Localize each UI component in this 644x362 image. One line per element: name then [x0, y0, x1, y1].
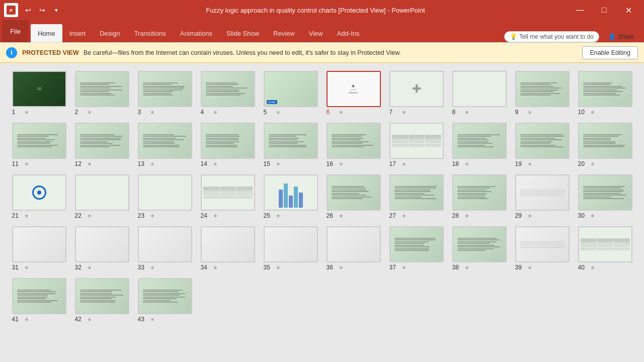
tab-transitions[interactable]: Transitions	[127, 24, 173, 42]
slide-star-icon[interactable]: ★	[527, 213, 532, 219]
slide-thumbnail[interactable]	[138, 71, 192, 107]
slide-item[interactable]: 21 ★	[10, 174, 68, 219]
slide-item[interactable]: ✚ 7 ★	[387, 71, 445, 116]
slide-item[interactable]: 10 ★	[576, 71, 634, 116]
slide-item[interactable]: 32 ★	[73, 226, 131, 271]
slide-item[interactable]: 15 ★	[262, 123, 319, 167]
slide-star-icon[interactable]: ★	[339, 109, 344, 116]
slide-star-icon[interactable]: ★	[527, 161, 532, 167]
slide-thumbnail[interactable]	[201, 174, 255, 211]
slide-star-icon[interactable]: ★	[339, 213, 344, 219]
slide-thumbnail[interactable]: ✚ diagram	[327, 71, 381, 107]
slide-thumbnail[interactable]	[264, 174, 318, 211]
slide-thumbnail[interactable]	[201, 123, 255, 159]
slide-thumbnail[interactable]	[138, 226, 192, 262]
share-button[interactable]: 👤 Share	[603, 32, 639, 42]
slide-thumbnail[interactable]	[201, 226, 255, 262]
tab-animations[interactable]: Animations	[173, 24, 219, 42]
slide-star-icon[interactable]: ★	[24, 213, 29, 219]
slide-thumbnail[interactable]	[12, 226, 66, 262]
slide-thumbnail[interactable]	[389, 123, 444, 159]
slide-star-icon[interactable]: ★	[24, 161, 29, 167]
slide-thumbnail[interactable]	[75, 71, 129, 107]
slide-thumbnail[interactable]	[75, 174, 129, 211]
slide-thumbnail[interactable]	[264, 123, 318, 159]
slide-item[interactable]: 22 ★	[73, 174, 131, 219]
slide-item[interactable]: 28 ★	[450, 174, 508, 219]
slide-thumbnail[interactable]	[389, 174, 444, 211]
slide-star-icon[interactable]: ★	[464, 213, 469, 219]
slide-star-icon[interactable]: ★	[24, 109, 29, 116]
slide-star-icon[interactable]: ★	[150, 161, 155, 167]
slide-item[interactable]: 27 ★	[387, 174, 445, 219]
tab-review[interactable]: Review	[266, 24, 302, 42]
slide-star-icon[interactable]: ★	[276, 109, 281, 116]
slide-thumbnail[interactable]	[515, 71, 570, 107]
slide-thumbnail[interactable]	[201, 71, 255, 107]
slide-thumbnail[interactable]	[327, 174, 381, 211]
slide-star-icon[interactable]: ★	[87, 264, 92, 271]
slide-star-icon[interactable]: ★	[527, 264, 532, 271]
slide-star-icon[interactable]: ★	[464, 264, 469, 271]
slide-item[interactable]: 34 ★	[199, 226, 257, 271]
slide-thumbnail[interactable]	[578, 71, 632, 107]
slide-item[interactable]: Quality 5 ★	[262, 71, 319, 116]
slide-item[interactable]: 17 ★	[387, 123, 445, 167]
tab-file[interactable]: File	[2, 20, 29, 42]
slide-star-icon[interactable]: ★	[276, 161, 281, 167]
slide-thumbnail[interactable]	[138, 278, 192, 314]
enable-editing-button[interactable]: Enable Editing	[582, 46, 638, 59]
minimize-button[interactable]: —	[569, 0, 592, 20]
slide-item[interactable]: 16 ★	[325, 123, 382, 167]
slide-star-icon[interactable]: ★	[339, 161, 344, 167]
slide-thumbnail[interactable]	[327, 226, 381, 262]
slide-thumbnail[interactable]	[75, 123, 129, 159]
slide-item[interactable]: 35 ★	[262, 226, 319, 271]
slide-star-icon[interactable]: ★	[401, 109, 407, 116]
tab-view[interactable]: View	[302, 24, 330, 42]
slide-star-icon[interactable]: ★	[401, 213, 407, 219]
slide-star-icon[interactable]: ★	[150, 316, 155, 323]
slide-star-icon[interactable]: ★	[401, 264, 407, 271]
slide-item[interactable]: 41 ★	[10, 278, 68, 323]
slide-star-icon[interactable]: ★	[276, 264, 281, 271]
slide-item[interactable]: 1 ★	[10, 71, 68, 116]
slide-star-icon[interactable]: ★	[464, 109, 469, 116]
slide-item[interactable]: 8 ★	[450, 71, 508, 116]
redo-button[interactable]: ↪	[36, 4, 48, 16]
slide-thumbnail[interactable]	[578, 123, 632, 159]
tab-insert[interactable]: Insert	[62, 24, 93, 42]
slide-item[interactable]: 12 ★	[73, 123, 131, 167]
slide-item[interactable]: 37 ★	[387, 226, 445, 271]
slide-thumbnail[interactable]	[515, 174, 570, 211]
slide-item[interactable]: 33 ★	[136, 226, 194, 271]
slide-star-icon[interactable]: ★	[150, 109, 155, 116]
slide-item[interactable]: 4 ★	[199, 71, 257, 116]
slide-thumbnail[interactable]	[389, 226, 444, 262]
slide-star-icon[interactable]: ★	[24, 316, 29, 323]
slide-thumbnail[interactable]: Quality	[264, 71, 318, 107]
slide-star-icon[interactable]: ★	[401, 161, 407, 167]
slide-item[interactable]: 31 ★	[10, 226, 68, 271]
slide-star-icon[interactable]: ★	[87, 316, 92, 323]
slide-item[interactable]: 14 ★	[199, 123, 257, 167]
slide-item[interactable]: 11 ★	[10, 123, 68, 167]
slide-star-icon[interactable]: ★	[150, 264, 155, 271]
maximize-button[interactable]: □	[593, 0, 616, 20]
slide-star-icon[interactable]: ★	[590, 213, 595, 219]
slide-star-icon[interactable]: ★	[213, 109, 218, 116]
slide-thumbnail[interactable]	[327, 123, 381, 159]
slide-star-icon[interactable]: ★	[150, 213, 155, 219]
slide-thumbnail[interactable]	[264, 226, 318, 262]
close-button[interactable]: ✕	[617, 0, 640, 20]
slide-thumbnail[interactable]	[452, 123, 507, 159]
quick-access-dropdown[interactable]: ▼	[50, 4, 62, 16]
tell-me-input[interactable]: 💡 Tell me what you want to do	[504, 31, 599, 42]
slide-star-icon[interactable]: ★	[590, 109, 595, 116]
undo-button[interactable]: ↩	[22, 4, 34, 16]
slide-thumbnail[interactable]	[12, 174, 66, 211]
slide-thumbnail[interactable]	[578, 174, 632, 211]
slide-item[interactable]: 40 ★	[576, 226, 634, 271]
slide-item[interactable]: 36 ★	[325, 226, 382, 271]
slide-item[interactable]: 2 ★	[73, 71, 131, 116]
